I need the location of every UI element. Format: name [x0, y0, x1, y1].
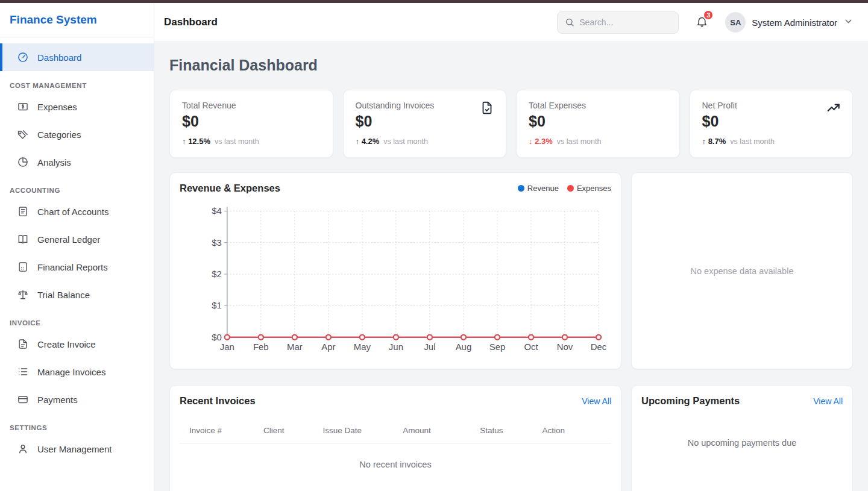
stat-value: $0	[182, 113, 321, 130]
ledger-book-icon	[17, 205, 29, 217]
sidebar-item-label: Expenses	[37, 102, 77, 112]
sidebar-item-payments[interactable]: Payments	[0, 386, 154, 413]
recent-invoices-header: Recent Invoices View All	[180, 395, 611, 407]
stat-delta-row: ↑ 8.7% vs last month	[702, 137, 841, 146]
main-column: Dashboard 3 SA System Administrator	[154, 3, 868, 491]
stat-value: $0	[356, 113, 494, 130]
page-title: Financial Dashboard	[169, 57, 853, 74]
sidebar-section-settings: SETTINGS	[0, 419, 154, 435]
svg-text:Dec: Dec	[591, 342, 607, 352]
svg-text:Jun: Jun	[389, 342, 403, 352]
stats-grid: Total Revenue $0 ↑ 12.5% vs last month O…	[169, 90, 853, 158]
sidebar-section-invoice: INVOICE	[0, 314, 154, 330]
stat-value: $0	[529, 113, 667, 130]
stat-delta-row: ↑ 12.5% vs last month	[182, 137, 321, 146]
stat-card-total-revenue: Total Revenue $0 ↑ 12.5% vs last month	[169, 90, 333, 158]
svg-text:Jan: Jan	[220, 342, 234, 352]
stat-delta-row: ↓ 2.3% vs last month	[529, 137, 667, 146]
sidebar-section-cost-management: COST MANAGEMENT	[0, 77, 154, 93]
expense-breakdown-card: No expense data available	[631, 172, 853, 369]
svg-text:$2: $2	[212, 269, 222, 279]
sidebar-item-trial-balance[interactable]: Trial Balance	[0, 281, 154, 308]
svg-text:Sep: Sep	[489, 342, 506, 352]
view-all-payments-link[interactable]: View All	[813, 396, 843, 406]
stat-label: Outstanding Invoices	[356, 101, 494, 110]
new-document-icon	[17, 338, 29, 350]
col-invoice-number: Invoice #	[189, 426, 263, 435]
notification-badge: 3	[703, 10, 714, 20]
sidebar-item-expenses[interactable]: Expenses	[0, 93, 154, 120]
chart-header: Revenue & Expenses Revenue Expenses	[180, 183, 611, 194]
dashboard-content: Financial Dashboard Total Revenue $0 ↑ 1…	[154, 42, 868, 491]
stat-label: Net Profit	[702, 101, 841, 110]
sidebar-item-general-ledger[interactable]: General Ledger	[0, 225, 154, 253]
user-name: System Administrator	[752, 17, 837, 28]
sidebar-item-financial-reports[interactable]: Financial Reports	[0, 253, 154, 281]
chevron-down-icon	[843, 16, 854, 29]
col-client: Client	[263, 426, 322, 435]
stat-value: $0	[702, 113, 841, 130]
empty-state-text: No upcoming payments due	[641, 438, 843, 448]
stat-delta: ↓ 2.3%	[529, 137, 553, 146]
sidebar-item-label: General Ledger	[37, 234, 100, 245]
sidebar-item-label: Payments	[37, 395, 78, 405]
stat-compare: vs last month	[730, 137, 775, 146]
notifications-button[interactable]: 3	[696, 15, 708, 30]
upcoming-payments-card: Upcoming Payments View All No upcoming p…	[631, 385, 853, 491]
sidebar-section-accounting: ACCOUNTING	[0, 182, 154, 198]
search-box[interactable]	[557, 11, 679, 34]
topbar-title: Dashboard	[164, 16, 218, 28]
topbar-actions: 3 SA System Administrator	[557, 11, 854, 34]
view-all-invoices-link[interactable]: View All	[582, 396, 611, 406]
invoices-table-header: Invoice # Client Issue Date Amount Statu…	[180, 426, 611, 443]
stat-label: Total Expenses	[529, 101, 667, 110]
list-icon	[17, 366, 29, 378]
sidebar-item-label: Create Invoice	[37, 339, 96, 349]
svg-text:$0: $0	[212, 332, 222, 342]
stat-card-net-profit: Net Profit $0 ↑ 8.7% vs last month	[690, 90, 854, 158]
invoice-check-icon	[479, 100, 495, 118]
col-action: Action	[542, 426, 602, 435]
legend-item-revenue: Revenue	[518, 184, 559, 193]
tags-icon	[17, 128, 29, 140]
svg-text:Nov: Nov	[557, 342, 573, 352]
recent-invoices-card: Recent Invoices View All Invoice # Clien…	[169, 385, 621, 491]
bottom-row: Recent Invoices View All Invoice # Clien…	[169, 385, 853, 491]
sidebar-item-label: Manage Invoices	[37, 367, 105, 377]
chart-title: Revenue & Expenses	[180, 183, 280, 194]
sidebar-item-label: Financial Reports	[37, 262, 108, 272]
stat-delta: ↑ 4.2%	[356, 137, 380, 146]
svg-text:$3: $3	[212, 237, 222, 248]
sidebar-item-analysis[interactable]: Analysis	[0, 148, 154, 176]
sidebar-item-categories[interactable]: Categories	[0, 120, 154, 148]
sidebar-nav: Dashboard COST MANAGEMENT Expenses Categ…	[0, 37, 154, 463]
search-icon	[565, 17, 574, 27]
empty-state-text: No expense data available	[691, 266, 794, 276]
search-input[interactable]	[579, 17, 664, 27]
sidebar-item-dashboard[interactable]: Dashboard	[0, 43, 154, 71]
user-menu[interactable]: SA System Administrator	[725, 12, 854, 33]
panel-title: Recent Invoices	[180, 395, 256, 407]
sidebar-item-user-management[interactable]: User Management	[0, 435, 154, 463]
stat-compare: vs last month	[557, 137, 602, 146]
svg-text:May: May	[354, 342, 371, 352]
svg-text:Oct: Oct	[524, 342, 538, 352]
sidebar-item-label: Analysis	[37, 157, 71, 167]
upcoming-payments-header: Upcoming Payments View All	[641, 395, 843, 407]
sidebar: Finance System Dashboard COST MANAGEMENT…	[0, 3, 154, 491]
sidebar-item-chart-of-accounts[interactable]: Chart of Accounts	[0, 198, 154, 225]
sidebar-item-label: Categories	[37, 130, 81, 140]
sidebar-item-label: User Management	[37, 444, 112, 454]
svg-text:$1: $1	[212, 300, 222, 310]
user-icon	[17, 443, 29, 455]
sidebar-item-create-invoice[interactable]: Create Invoice	[0, 330, 154, 358]
sidebar-item-manage-invoices[interactable]: Manage Invoices	[0, 358, 154, 386]
expenses-dot-icon	[567, 185, 574, 192]
credit-card-icon	[17, 393, 29, 405]
stat-label: Total Revenue	[182, 101, 321, 110]
stat-delta: ↑ 8.7%	[702, 137, 726, 146]
svg-text:Aug: Aug	[456, 342, 472, 352]
svg-text:Mar: Mar	[287, 342, 303, 352]
svg-text:$4: $4	[212, 205, 222, 216]
stat-card-outstanding-invoices: Outstanding Invoices $0 ↑ 4.2% vs last m…	[343, 90, 507, 158]
